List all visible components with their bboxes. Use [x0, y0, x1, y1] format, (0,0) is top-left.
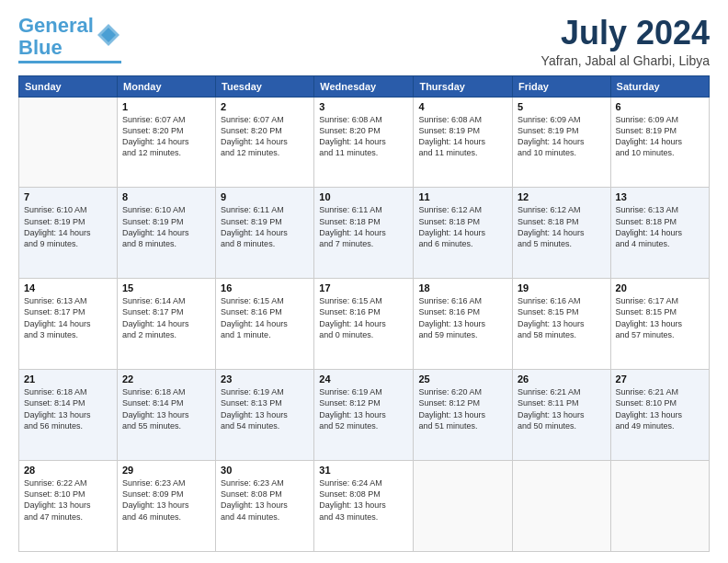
calendar-cell: 14Sunrise: 6:13 AMSunset: 8:17 PMDayligh…	[19, 279, 118, 370]
calendar-cell: 29Sunrise: 6:23 AMSunset: 8:09 PMDayligh…	[118, 461, 216, 552]
day-number: 26	[518, 373, 606, 385]
calendar-week-row: 14Sunrise: 6:13 AMSunset: 8:17 PMDayligh…	[19, 279, 710, 370]
calendar-cell: 20Sunrise: 6:17 AMSunset: 8:15 PMDayligh…	[610, 279, 709, 370]
day-info: Sunrise: 6:24 AMSunset: 8:08 PMDaylight:…	[319, 477, 408, 523]
day-number: 17	[319, 282, 408, 293]
calendar-cell: 27Sunrise: 6:21 AMSunset: 8:10 PMDayligh…	[610, 370, 709, 461]
day-info: Sunrise: 6:09 AMSunset: 8:19 PMDaylight:…	[616, 114, 704, 159]
calendar-cell: 24Sunrise: 6:19 AMSunset: 8:12 PMDayligh…	[314, 370, 414, 461]
day-number: 5	[518, 101, 606, 112]
day-number: 2	[221, 101, 309, 112]
header-row: Sunday Monday Tuesday Wednesday Thursday…	[19, 75, 710, 97]
calendar-cell: 9Sunrise: 6:11 AMSunset: 8:19 PMDaylight…	[216, 188, 314, 279]
calendar-cell: 18Sunrise: 6:16 AMSunset: 8:16 PMDayligh…	[414, 279, 513, 370]
calendar-cell: 1Sunrise: 6:07 AMSunset: 8:20 PMDaylight…	[118, 97, 216, 188]
day-info: Sunrise: 6:16 AMSunset: 8:15 PMDaylight:…	[518, 295, 606, 340]
logo-blue: Blue	[18, 36, 63, 59]
calendar-cell	[414, 461, 513, 552]
calendar-cell	[19, 97, 118, 188]
day-number: 23	[221, 373, 309, 385]
day-info: Sunrise: 6:17 AMSunset: 8:15 PMDaylight:…	[616, 295, 704, 340]
day-info: Sunrise: 6:19 AMSunset: 8:13 PMDaylight:…	[221, 386, 309, 431]
day-number: 4	[418, 101, 507, 112]
calendar-week-row: 1Sunrise: 6:07 AMSunset: 8:20 PMDaylight…	[19, 97, 710, 188]
day-info: Sunrise: 6:20 AMSunset: 8:12 PMDaylight:…	[418, 386, 507, 431]
calendar-cell: 17Sunrise: 6:15 AMSunset: 8:16 PMDayligh…	[314, 279, 414, 370]
calendar-cell: 11Sunrise: 6:12 AMSunset: 8:18 PMDayligh…	[414, 188, 513, 279]
day-info: Sunrise: 6:23 AMSunset: 8:08 PMDaylight:…	[221, 477, 309, 523]
calendar-cell: 3Sunrise: 6:08 AMSunset: 8:20 PMDaylight…	[314, 97, 414, 188]
calendar-cell: 13Sunrise: 6:13 AMSunset: 8:18 PMDayligh…	[610, 188, 709, 279]
day-number: 10	[319, 191, 408, 202]
page: General Blue July 2024 Yafran, Jabal al …	[0, 0, 728, 563]
calendar-cell: 25Sunrise: 6:20 AMSunset: 8:12 PMDayligh…	[414, 370, 513, 461]
day-number: 30	[221, 465, 309, 476]
header: General Blue July 2024 Yafran, Jabal al …	[18, 15, 710, 68]
calendar-cell: 23Sunrise: 6:19 AMSunset: 8:13 PMDayligh…	[216, 370, 314, 461]
day-number: 8	[122, 191, 210, 202]
calendar-cell	[512, 461, 610, 552]
day-number: 29	[122, 465, 210, 476]
day-info: Sunrise: 6:10 AMSunset: 8:19 PMDaylight:…	[122, 204, 210, 249]
day-info: Sunrise: 6:08 AMSunset: 8:19 PMDaylight:…	[418, 114, 507, 159]
calendar-cell: 5Sunrise: 6:09 AMSunset: 8:19 PMDaylight…	[512, 97, 610, 188]
logo-icon	[96, 22, 121, 48]
calendar-cell: 12Sunrise: 6:12 AMSunset: 8:18 PMDayligh…	[512, 188, 610, 279]
col-monday: Monday	[118, 75, 216, 97]
col-sunday: Sunday	[19, 75, 118, 97]
calendar-cell: 22Sunrise: 6:18 AMSunset: 8:14 PMDayligh…	[118, 370, 216, 461]
calendar-body: 1Sunrise: 6:07 AMSunset: 8:20 PMDaylight…	[19, 97, 710, 551]
logo-general: General	[18, 14, 94, 37]
subtitle: Yafran, Jabal al Gharbi, Libya	[541, 53, 710, 68]
day-info: Sunrise: 6:12 AMSunset: 8:18 PMDaylight:…	[518, 204, 606, 249]
day-info: Sunrise: 6:13 AMSunset: 8:18 PMDaylight:…	[616, 204, 704, 249]
day-info: Sunrise: 6:18 AMSunset: 8:14 PMDaylight:…	[122, 386, 210, 431]
calendar-cell: 16Sunrise: 6:15 AMSunset: 8:16 PMDayligh…	[216, 279, 314, 370]
logo-underline	[18, 61, 121, 63]
col-tuesday: Tuesday	[216, 75, 314, 97]
day-number: 25	[418, 373, 507, 385]
day-number: 27	[616, 373, 704, 385]
day-number: 16	[221, 282, 309, 293]
day-info: Sunrise: 6:08 AMSunset: 8:20 PMDaylight:…	[319, 114, 408, 159]
day-number: 28	[24, 465, 112, 476]
day-info: Sunrise: 6:07 AMSunset: 8:20 PMDaylight:…	[221, 114, 309, 159]
day-number: 12	[518, 191, 606, 202]
calendar-cell: 19Sunrise: 6:16 AMSunset: 8:15 PMDayligh…	[512, 279, 610, 370]
calendar-week-row: 7Sunrise: 6:10 AMSunset: 8:19 PMDaylight…	[19, 188, 710, 279]
day-number: 15	[122, 282, 210, 293]
calendar-cell	[610, 461, 709, 552]
calendar-cell: 8Sunrise: 6:10 AMSunset: 8:19 PMDaylight…	[118, 188, 216, 279]
calendar-cell: 2Sunrise: 6:07 AMSunset: 8:20 PMDaylight…	[216, 97, 314, 188]
day-number: 18	[418, 282, 507, 293]
calendar-header: Sunday Monday Tuesday Wednesday Thursday…	[19, 75, 710, 97]
calendar-cell: 4Sunrise: 6:08 AMSunset: 8:19 PMDaylight…	[414, 97, 513, 188]
calendar-table: Sunday Monday Tuesday Wednesday Thursday…	[18, 75, 710, 552]
calendar-cell: 30Sunrise: 6:23 AMSunset: 8:08 PMDayligh…	[216, 461, 314, 552]
col-saturday: Saturday	[610, 75, 709, 97]
day-number: 7	[24, 191, 112, 202]
day-info: Sunrise: 6:11 AMSunset: 8:19 PMDaylight:…	[221, 204, 309, 249]
calendar-cell: 7Sunrise: 6:10 AMSunset: 8:19 PMDaylight…	[19, 188, 118, 279]
day-info: Sunrise: 6:10 AMSunset: 8:19 PMDaylight:…	[24, 204, 112, 249]
calendar-cell: 26Sunrise: 6:21 AMSunset: 8:11 PMDayligh…	[512, 370, 610, 461]
day-number: 6	[616, 101, 704, 112]
col-thursday: Thursday	[414, 75, 513, 97]
day-info: Sunrise: 6:21 AMSunset: 8:11 PMDaylight:…	[518, 386, 606, 431]
day-info: Sunrise: 6:11 AMSunset: 8:18 PMDaylight:…	[319, 204, 408, 249]
main-title: July 2024	[541, 15, 710, 52]
day-info: Sunrise: 6:15 AMSunset: 8:16 PMDaylight:…	[221, 295, 309, 340]
col-wednesday: Wednesday	[314, 75, 414, 97]
day-info: Sunrise: 6:07 AMSunset: 8:20 PMDaylight:…	[122, 114, 210, 159]
col-friday: Friday	[512, 75, 610, 97]
day-info: Sunrise: 6:18 AMSunset: 8:14 PMDaylight:…	[24, 386, 112, 431]
day-number: 21	[24, 373, 112, 385]
day-info: Sunrise: 6:15 AMSunset: 8:16 PMDaylight:…	[319, 295, 408, 340]
day-info: Sunrise: 6:12 AMSunset: 8:18 PMDaylight:…	[418, 204, 507, 249]
day-number: 31	[319, 465, 408, 476]
calendar-cell: 15Sunrise: 6:14 AMSunset: 8:17 PMDayligh…	[118, 279, 216, 370]
calendar-cell: 31Sunrise: 6:24 AMSunset: 8:08 PMDayligh…	[314, 461, 414, 552]
day-number: 24	[319, 373, 408, 385]
calendar-cell: 10Sunrise: 6:11 AMSunset: 8:18 PMDayligh…	[314, 188, 414, 279]
day-number: 14	[24, 282, 112, 293]
